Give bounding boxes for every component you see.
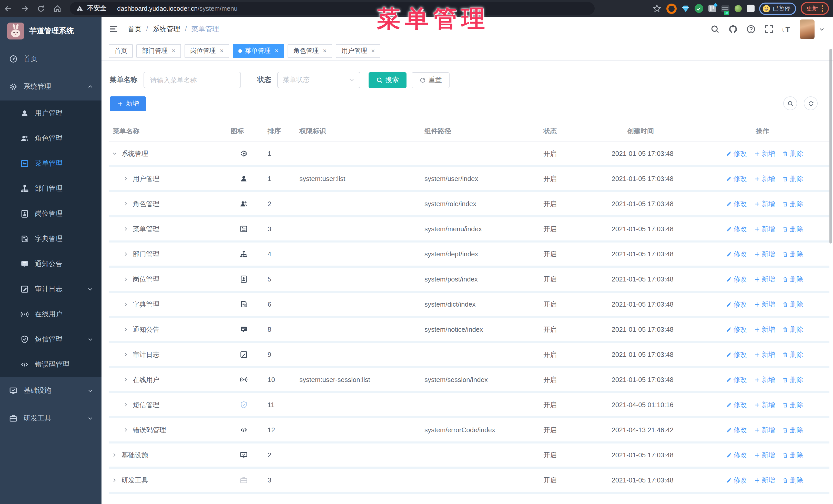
- sidebar-item-dict[interactable]: 字典管理: [0, 226, 101, 251]
- delete-link[interactable]: 删除: [782, 249, 803, 259]
- delete-link[interactable]: 删除: [782, 149, 803, 158]
- add-child-link[interactable]: 新增: [754, 325, 775, 334]
- green-check-icon[interactable]: [694, 4, 703, 13]
- avatar-caret-down-icon[interactable]: [819, 26, 825, 32]
- close-tab-icon[interactable]: ×: [220, 47, 223, 54]
- add-child-link[interactable]: 新增: [754, 450, 775, 460]
- add-child-link[interactable]: 新增: [754, 400, 775, 409]
- edit-link[interactable]: 修改: [726, 274, 747, 284]
- status-select[interactable]: 菜单状态: [277, 72, 360, 88]
- bookmark-star-icon[interactable]: [652, 4, 661, 13]
- edit-link[interactable]: 修改: [726, 350, 747, 359]
- tree-caret-right-icon[interactable]: [123, 327, 129, 332]
- browser-reload-icon[interactable]: [37, 4, 45, 13]
- add-child-link[interactable]: 新增: [754, 476, 775, 485]
- delete-link[interactable]: 删除: [782, 450, 803, 460]
- tree-caret-right-icon[interactable]: [123, 352, 129, 357]
- menu-name-input[interactable]: [144, 72, 241, 88]
- sidebar-item-user[interactable]: 用户管理: [0, 100, 101, 126]
- add-child-link[interactable]: 新增: [754, 149, 775, 158]
- add-child-link[interactable]: 新增: [754, 199, 775, 209]
- profile-paused-chip[interactable]: 已暂停: [759, 2, 796, 15]
- orange-ring-icon[interactable]: [666, 3, 676, 14]
- delete-link[interactable]: 删除: [782, 325, 803, 334]
- toggle-search-button[interactable]: [783, 96, 797, 110]
- gray-grid-icon[interactable]: [708, 5, 716, 12]
- search-button[interactable]: 搜索: [368, 72, 406, 88]
- edit-link[interactable]: 修改: [726, 199, 747, 209]
- hamburger-icon[interactable]: [109, 24, 118, 34]
- sidebar-item-post[interactable]: 岗位管理: [0, 201, 101, 226]
- github-icon[interactable]: [729, 24, 738, 33]
- close-tab-icon[interactable]: ×: [323, 47, 327, 54]
- delete-link[interactable]: 删除: [782, 224, 803, 234]
- add-child-link[interactable]: 新增: [754, 375, 775, 384]
- puzzle-icon[interactable]: [747, 5, 754, 12]
- kebab-menu-icon[interactable]: [822, 5, 823, 12]
- page-scrollbar[interactable]: [829, 49, 832, 243]
- edit-link[interactable]: 修改: [726, 476, 747, 485]
- edit-link[interactable]: 修改: [726, 249, 747, 259]
- browser-update-button[interactable]: 更新: [801, 2, 829, 15]
- refresh-table-button[interactable]: [804, 96, 818, 110]
- breadcrumb-item[interactable]: 系统管理: [153, 24, 181, 33]
- delete-link[interactable]: 删除: [782, 274, 803, 284]
- edit-link[interactable]: 修改: [726, 300, 747, 309]
- edit-link[interactable]: 修改: [726, 325, 747, 334]
- sidebar-item-dept[interactable]: 部门管理: [0, 176, 101, 201]
- tab-岗位管理[interactable]: 岗位管理×: [185, 44, 229, 58]
- delete-link[interactable]: 删除: [782, 199, 803, 209]
- add-button[interactable]: 新增: [110, 96, 146, 111]
- tree-caret-right-icon[interactable]: [123, 377, 129, 383]
- url-host[interactable]: dashboard.yudao.iocoder.cn: [117, 5, 198, 12]
- delete-link[interactable]: 删除: [782, 350, 803, 359]
- tab-角色管理[interactable]: 角色管理×: [288, 44, 332, 58]
- tree-caret-right-icon[interactable]: [112, 452, 117, 458]
- help-icon[interactable]: [746, 24, 756, 33]
- delete-link[interactable]: 删除: [782, 476, 803, 485]
- add-child-link[interactable]: 新增: [754, 274, 775, 284]
- tree-caret-down-icon[interactable]: [112, 151, 117, 157]
- tree-caret-right-icon[interactable]: [123, 277, 129, 282]
- delete-link[interactable]: 删除: [782, 174, 803, 183]
- tree-caret-right-icon[interactable]: [112, 477, 117, 483]
- breadcrumb-item[interactable]: 首页: [128, 24, 142, 33]
- sidebar-item-notice[interactable]: 通知公告: [0, 251, 101, 277]
- close-tab-icon[interactable]: ×: [371, 47, 375, 54]
- edit-link[interactable]: 修改: [726, 450, 747, 460]
- edit-link[interactable]: 修改: [726, 174, 747, 183]
- tab-用户管理[interactable]: 用户管理×: [336, 44, 380, 58]
- sidebar-item-menu[interactable]: 菜单管理: [0, 151, 101, 176]
- tab-部门管理[interactable]: 部门管理×: [136, 44, 181, 58]
- security-label[interactable]: 不安全: [87, 4, 106, 13]
- delete-link[interactable]: 删除: [782, 300, 803, 309]
- tree-caret-right-icon[interactable]: [123, 226, 129, 232]
- sidebar-item-devtools[interactable]: 研发工具: [0, 405, 101, 432]
- green-dot-icon[interactable]: [734, 5, 741, 12]
- tree-caret-right-icon[interactable]: [123, 201, 129, 207]
- edit-link[interactable]: 修改: [726, 224, 747, 234]
- dark-list-on-icon[interactable]: on: [721, 5, 729, 12]
- tree-caret-right-icon[interactable]: [123, 176, 129, 182]
- delete-link[interactable]: 删除: [782, 400, 803, 409]
- edit-link[interactable]: 修改: [726, 375, 747, 384]
- delete-link[interactable]: 删除: [782, 375, 803, 384]
- reset-button[interactable]: 重置: [412, 72, 450, 88]
- blue-gem-icon[interactable]: [682, 5, 689, 12]
- sidebar-item-system[interactable]: 系统管理: [0, 73, 101, 100]
- tree-caret-right-icon[interactable]: [123, 427, 129, 433]
- sidebar-item-audit-log[interactable]: 审计日志: [0, 277, 101, 302]
- browser-back-icon[interactable]: [4, 4, 12, 13]
- sidebar-item-role[interactable]: 角色管理: [0, 126, 101, 151]
- delete-link[interactable]: 删除: [782, 425, 803, 434]
- close-tab-icon[interactable]: ×: [275, 47, 278, 54]
- close-tab-icon[interactable]: ×: [172, 47, 175, 54]
- address-bar[interactable]: 不安全 dashboard.yudao.iocoder.cn/system/me…: [70, 2, 595, 15]
- edit-link[interactable]: 修改: [726, 425, 747, 434]
- sidebar-item-infra[interactable]: 基础设施: [0, 377, 101, 405]
- sidebar-item-online-user[interactable]: 在线用户: [0, 302, 101, 327]
- add-child-link[interactable]: 新增: [754, 425, 775, 434]
- add-child-link[interactable]: 新增: [754, 224, 775, 234]
- sidebar-item-error-code[interactable]: 错误码管理: [0, 352, 101, 377]
- browser-forward-icon[interactable]: [21, 4, 29, 13]
